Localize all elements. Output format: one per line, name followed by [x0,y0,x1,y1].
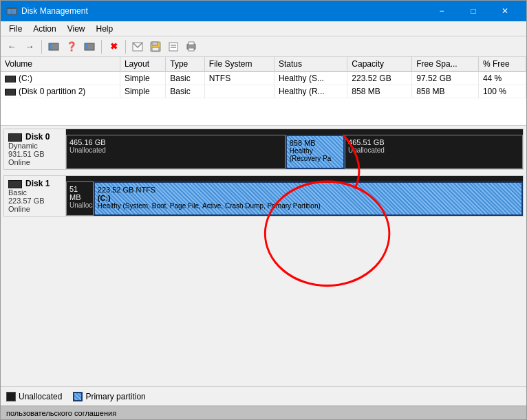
col-header-volume[interactable]: Volume [1,57,120,71]
toolbar-btn-delete[interactable]: ✖ [105,38,122,55]
disk-label: Disk 0 Dynamic 931.51 GB Online [4,129,66,169]
cell-filesystem: NTFS [204,71,274,85]
status-text: пользовательского соглашения [6,409,116,417]
col-header-layout[interactable]: Layout [120,57,165,71]
segment-size: 51 MB [69,185,90,201]
col-header-capacity[interactable]: Capacity [347,57,412,71]
col-header-freespace[interactable]: Free Spa... [412,57,479,71]
legend-icon-primary [73,392,83,401]
cell-status: Healthy (R... [274,85,347,98]
svg-rect-5 [50,44,52,49]
menu-bar: File Action View Help [1,21,526,36]
minimize-button[interactable]: − [426,1,458,21]
disk-label: Disk 1 Basic 223.57 GB Online [4,176,66,216]
segment-label: Unallocated [69,201,90,209]
legend-label-unallocated: Unallocated [19,392,62,401]
svg-rect-11 [152,47,159,51]
cell-freespace: 97.52 GB [412,71,479,85]
title-bar: Disk Management − □ ✕ [1,1,526,21]
toolbar: ← → ❓ ✖ [1,36,526,57]
disk-row: Disk 0 Dynamic 931.51 GB Online 465.16 G… [3,129,524,170]
close-button[interactable]: ✕ [489,1,521,21]
disk-segment[interactable]: 465.16 GBUnallocated [66,135,286,169]
svg-rect-1 [8,9,11,14]
volume-table-body: (C:) Simple Basic NTFS Healthy (S... 223… [1,71,526,98]
disk-segments: 51 MBUnallocated223.52 GB NTFS(C:)Health… [66,181,523,216]
col-header-status[interactable]: Status [274,57,347,71]
table-row[interactable]: (C:) Simple Basic NTFS Healthy (S... 223… [1,71,526,85]
disk-partitions: 51 MBUnallocated223.52 GB NTFS(C:)Health… [66,176,523,216]
status-bar: пользовательского соглашения [1,406,526,419]
cell-volume: (Disk 0 partition 2) [1,85,120,98]
legend-label-primary: Primary partition [85,392,145,401]
disk-visual-area[interactable]: Disk 0 Dynamic 931.51 GB Online 465.16 G… [1,126,526,386]
segment-label: Healthy (Recovery Pa [290,147,341,162]
toolbar-btn-prop[interactable] [165,38,182,55]
disk-type: Basic [8,188,27,197]
main-window: Disk Management − □ ✕ File Action View H… [0,0,527,420]
cell-capacity: 223.52 GB [347,71,412,85]
col-header-filesystem[interactable]: File System [204,57,274,71]
toolbar-btn-print[interactable] [183,38,200,55]
toolbar-btn-help[interactable]: ❓ [63,38,80,55]
table-header-row: Volume Layout Type File System Status Ca… [1,57,526,71]
table-row[interactable]: (Disk 0 partition 2) Simple Basic Health… [1,85,526,98]
disk-segment[interactable]: 223.52 GB NTFS(C:)Healthy (System, Boot,… [94,181,523,216]
toolbar-btn-mail[interactable] [129,38,146,55]
cell-volume: (C:) [1,71,120,85]
window-title: Disk Management [21,6,426,16]
toolbar-btn-disk2[interactable] [81,38,98,55]
menu-view[interactable]: View [62,23,91,35]
col-header-type[interactable]: Type [166,57,205,71]
overlay-container: Disk 0 Dynamic 931.51 GB Online 465.16 G… [1,126,526,386]
cell-percentfree: 100 % [478,85,526,98]
svg-rect-3 [7,8,17,9]
disk-type: Dynamic [8,142,38,150]
segment-label: Unallocated [69,146,282,154]
forward-button[interactable]: → [21,38,38,55]
toolbar-btn-save[interactable] [147,38,164,55]
window-icon [6,5,17,16]
legend-bar: Unallocated Primary partition [1,386,526,406]
svg-rect-17 [189,48,194,51]
disk-name: Disk 0 [25,132,50,142]
col-header-percentfree[interactable]: % Free [478,57,526,71]
disk-segment[interactable]: 465.51 GBUnallocated [345,135,523,169]
back-button[interactable]: ← [3,38,20,55]
cell-layout: Simple [120,71,165,85]
segment-size: 465.16 GB [69,138,282,146]
segment-main-label: (C:) [98,194,519,202]
disk-status: Online [8,205,30,213]
svg-rect-13 [171,45,176,46]
cell-filesystem [204,85,274,98]
disk-segment[interactable]: 858 MBHealthy (Recovery Pa [286,135,345,169]
cell-freespace: 858 MB [412,85,479,98]
svg-rect-7 [85,44,88,49]
segment-size: 465.51 GB [348,138,519,146]
cell-layout: Simple [120,85,165,98]
disk-segment[interactable]: 51 MBUnallocated [66,181,94,216]
menu-action[interactable]: Action [28,23,61,35]
segment-label: Unallocated [348,146,519,154]
disk-top-bar [66,176,523,181]
menu-file[interactable]: File [3,23,28,35]
svg-rect-14 [171,47,176,48]
disk-segments: 465.16 GBUnallocated858 MBHealthy (Recov… [66,135,523,169]
toolbar-btn-disk[interactable] [45,38,62,55]
disk-partitions: 465.16 GBUnallocated858 MBHealthy (Recov… [66,129,523,169]
cell-type: Basic [166,85,205,98]
segment-sub-label: Healthy (System, Boot, Page File, Active… [98,202,519,210]
disk-row: Disk 1 Basic 223.57 GB Online 51 MBUnall… [3,175,524,217]
toolbar-separator-1 [41,40,42,54]
toolbar-separator-2 [101,40,102,54]
disk-status: Online [8,158,30,166]
cell-percentfree: 44 % [478,71,526,85]
maximize-button[interactable]: □ [458,1,489,21]
cell-type: Basic [166,71,205,85]
legend-item-primary: Primary partition [73,392,145,401]
svg-rect-10 [152,42,158,45]
menu-help[interactable]: Help [91,23,119,35]
toolbar-separator-3 [125,40,126,54]
window-controls: − □ ✕ [426,1,521,21]
legend-item-unallocated: Unallocated [6,392,62,401]
